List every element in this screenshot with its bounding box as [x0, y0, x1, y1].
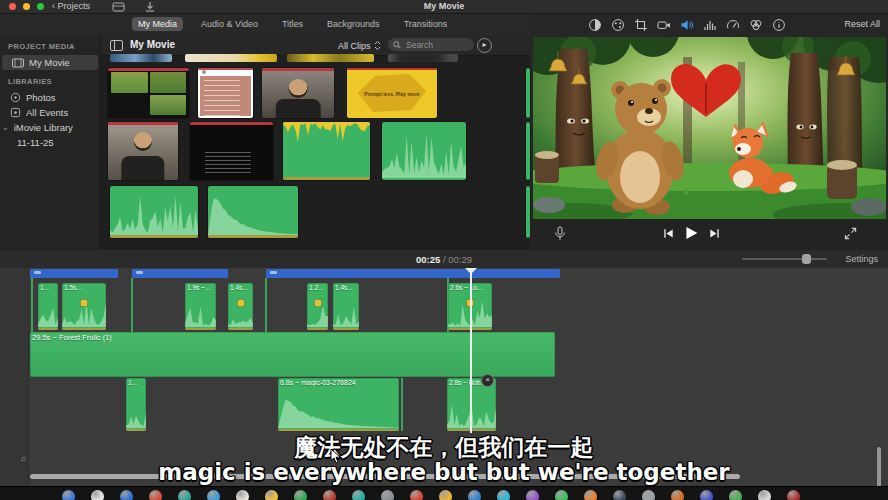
sidebar-item-photos[interactable]: Photos	[0, 90, 100, 105]
dock-icon[interactable]	[468, 490, 481, 500]
sidebar-item-date[interactable]: 11-11-25	[0, 135, 100, 150]
dock-icon[interactable]	[236, 490, 249, 500]
audio-clip-thumbnail[interactable]	[283, 122, 370, 180]
timeline-clip[interactable]: 1.4s...	[228, 283, 253, 330]
skip-forward-button[interactable]	[708, 227, 721, 240]
timeline-clip[interactable]: 1.2...	[307, 283, 328, 330]
dock-icon[interactable]	[207, 490, 220, 500]
waveform	[382, 134, 466, 178]
clip-connector	[31, 278, 33, 333]
dock-icon[interactable]	[352, 490, 365, 500]
dock-icon[interactable]	[758, 490, 771, 500]
timeline-clip[interactable]: 1...	[126, 378, 146, 431]
timeline-clip[interactable]: 1.9s ~...	[185, 283, 216, 330]
dock-icon[interactable]	[613, 490, 626, 500]
dock-icon[interactable]	[497, 490, 510, 500]
timeline-clip[interactable]: 1.4s...	[333, 283, 359, 330]
color-correction-icon[interactable]	[611, 18, 625, 32]
play-button[interactable]	[683, 225, 699, 241]
promo-thumbnail[interactable]: Prompt less, Play more	[347, 68, 437, 118]
tab-backgrounds[interactable]: Backgrounds	[321, 17, 386, 31]
fullscreen-icon[interactable]	[844, 227, 857, 240]
audio-clip-thumbnail[interactable]	[110, 186, 198, 238]
dock-icon[interactable]	[700, 490, 713, 500]
dock-icon[interactable]	[410, 490, 423, 500]
sidebar-item-my-movie[interactable]: My Movie	[2, 55, 98, 70]
dock-icon[interactable]	[729, 490, 742, 500]
timeline-clip[interactable]: 1.5s...	[62, 283, 106, 330]
titlebar: ‹ Projects My Movie	[0, 0, 888, 14]
dock-icon[interactable]	[91, 490, 104, 500]
sidebar-item-imovie-library[interactable]: ⌄ iMovie Library	[0, 120, 100, 135]
reset-all-button[interactable]: Reset All	[844, 19, 880, 29]
dock-icon[interactable]	[787, 490, 800, 500]
timeline-clip-music[interactable]: 29.5s ~ Forest Frolic (1)	[30, 332, 555, 377]
current-time: 00:25	[416, 254, 440, 265]
info-icon[interactable]	[772, 18, 786, 32]
person-video-thumbnail[interactable]	[108, 122, 178, 180]
timeline-clip[interactable]: 1...	[38, 283, 58, 330]
notes-thumbnail[interactable]	[198, 68, 253, 118]
noise-reduction-icon[interactable]	[703, 18, 717, 32]
playhead[interactable]	[470, 268, 472, 433]
dock-icon[interactable]	[294, 490, 307, 500]
sidebar-toggle-icon[interactable]	[110, 40, 123, 51]
title-bar-clip[interactable]	[266, 269, 560, 278]
timeline-clip[interactable]: 6.8s ~ magic-03-276824	[278, 378, 399, 431]
waveform	[333, 307, 359, 327]
settings-button[interactable]: Settings	[845, 254, 878, 264]
dock-icon[interactable]	[671, 490, 684, 500]
search-field[interactable]	[388, 38, 474, 51]
advance-arrow-icon[interactable]: ▸	[477, 38, 492, 53]
skip-back-button[interactable]	[662, 227, 675, 240]
mouse-cursor	[330, 448, 341, 464]
dock-icon[interactable]	[62, 490, 75, 500]
tab-transitions[interactable]: Transitions	[398, 17, 454, 31]
voiceover-mic-icon[interactable]	[554, 226, 566, 241]
code-screen-thumbnail[interactable]	[190, 122, 273, 180]
waveform	[447, 405, 496, 429]
dock-icon[interactable]	[584, 490, 597, 500]
mute-badge-icon[interactable]: ×	[481, 374, 494, 387]
clip-filter-icon[interactable]	[749, 18, 763, 32]
person-video-thumbnail[interactable]	[262, 68, 334, 118]
zoom-slider-knob[interactable]	[802, 254, 811, 264]
audio-clip-thumbnail[interactable]	[208, 186, 298, 238]
dock-icon[interactable]	[642, 490, 655, 500]
dock-icon[interactable]	[265, 490, 278, 500]
filmstrip-thumbnail[interactable]	[287, 54, 374, 62]
all-events-icon	[10, 107, 21, 118]
dock-icon[interactable]	[120, 490, 133, 500]
dock-icon[interactable]	[555, 490, 568, 500]
video-thumbnail-collage[interactable]	[108, 68, 189, 118]
crop-icon[interactable]	[634, 18, 648, 32]
dock-icon[interactable]	[439, 490, 452, 500]
title-bar-clip[interactable]	[132, 269, 228, 278]
promo-caption: Prompt less, Play more	[347, 91, 437, 97]
tab-titles[interactable]: Titles	[276, 17, 309, 31]
playhead-handle[interactable]	[465, 268, 477, 274]
photos-icon	[10, 92, 21, 103]
dock-icon[interactable]	[178, 490, 191, 500]
clip-connector	[265, 278, 267, 333]
clip-filter-dropdown[interactable]: All Clips	[338, 40, 381, 51]
sidebar-item-all-events[interactable]: All Events	[0, 105, 100, 120]
tab-my-media[interactable]: My Media	[132, 17, 183, 31]
speed-gauge-icon[interactable]	[726, 18, 740, 32]
dock-icon[interactable]	[381, 490, 394, 500]
tab-audio-video[interactable]: Audio & Video	[195, 17, 264, 31]
clip-connector	[401, 378, 403, 431]
title-bar-clip[interactable]	[30, 269, 118, 278]
zoom-slider[interactable]	[742, 258, 827, 260]
color-balance-icon[interactable]	[588, 18, 602, 32]
dock-icon[interactable]	[323, 490, 336, 500]
search-input[interactable]	[404, 39, 468, 51]
dock-icon[interactable]	[526, 490, 539, 500]
filmstrip-thumbnail[interactable]	[110, 54, 172, 62]
filmstrip-thumbnail[interactable]	[185, 54, 277, 62]
filmstrip-thumbnail[interactable]	[388, 54, 458, 62]
stabilization-camera-icon[interactable]	[657, 18, 671, 32]
dock-icon[interactable]	[149, 490, 162, 500]
audio-clip-thumbnail[interactable]	[382, 122, 466, 180]
volume-icon[interactable]	[680, 18, 694, 32]
